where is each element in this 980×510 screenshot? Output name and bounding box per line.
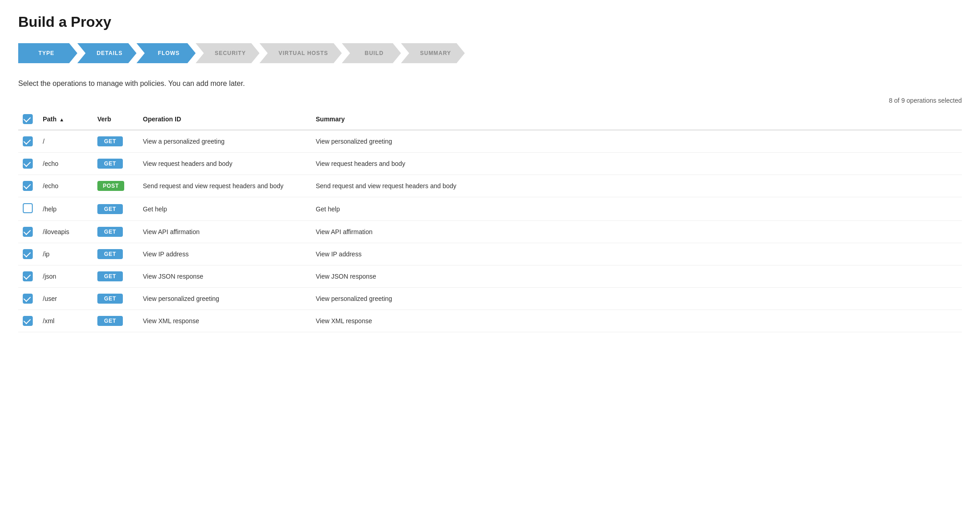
select-all-checkbox[interactable] [23, 114, 33, 124]
row-verb: GET [93, 130, 138, 153]
verb-column-header: Verb [93, 109, 138, 130]
row-path: /echo [38, 175, 93, 197]
steps-breadcrumb: TYPE DETAILS FLOWS SECURITY VIRTUAL HOST… [18, 43, 962, 63]
verb-badge-get: GET [97, 204, 123, 214]
row-path: /json [38, 265, 93, 288]
row-summary: View API affirmation [311, 221, 962, 243]
row-verb: GET [93, 310, 138, 332]
step-details[interactable]: DETAILS [77, 43, 136, 63]
row-operation-id: View request headers and body [138, 153, 311, 175]
row-checkbox-4[interactable] [23, 227, 33, 237]
verb-badge-post: POST [97, 181, 124, 191]
row-summary: View request headers and body [311, 153, 962, 175]
row-verb: GET [93, 265, 138, 288]
row-verb: GET [93, 288, 138, 310]
verb-badge-get: GET [97, 249, 123, 259]
operation-id-column-header: Operation ID [138, 109, 311, 130]
table-row: /echoGETView request headers and bodyVie… [18, 153, 962, 175]
row-operation-id: View JSON response [138, 265, 311, 288]
row-summary: View personalized greeting [311, 288, 962, 310]
table-row: /echoPOSTSend request and view request h… [18, 175, 962, 197]
row-checkbox-2[interactable] [23, 181, 33, 191]
operations-table: Path ▲ Verb Operation ID Summary /GETVie… [18, 109, 962, 332]
row-checkbox-8[interactable] [23, 316, 33, 326]
step-security[interactable]: SECURITY [196, 43, 259, 63]
row-checkbox-cell[interactable] [18, 175, 38, 197]
verb-badge-get: GET [97, 294, 123, 304]
row-path: /user [38, 288, 93, 310]
row-verb: POST [93, 175, 138, 197]
row-verb: GET [93, 197, 138, 221]
table-row: /GETView a personalized greetingView per… [18, 130, 962, 153]
summary-column-header: Summary [311, 109, 962, 130]
page-title: Build a Proxy [18, 14, 962, 30]
row-summary: View XML response [311, 310, 962, 332]
step-build[interactable]: BUILD [342, 43, 401, 63]
row-checkbox-5[interactable] [23, 249, 33, 259]
row-summary: View personalized greeting [311, 130, 962, 153]
verb-badge-get: GET [97, 227, 123, 237]
row-checkbox-cell[interactable] [18, 130, 38, 153]
row-summary: Send request and view request headers an… [311, 175, 962, 197]
table-row: /userGETView personalized greetingView p… [18, 288, 962, 310]
row-operation-id: View XML response [138, 310, 311, 332]
step-type[interactable]: TYPE [18, 43, 77, 63]
row-path: /iloveapis [38, 221, 93, 243]
operations-count: 8 of 9 operations selected [18, 97, 962, 104]
step-summary[interactable]: SUMMARY [401, 43, 465, 63]
row-checkbox-7[interactable] [23, 294, 33, 304]
verb-badge-get: GET [97, 136, 123, 146]
row-operation-id: Get help [138, 197, 311, 221]
row-path: /xml [38, 310, 93, 332]
table-row: /ipGETView IP addressView IP address [18, 243, 962, 265]
row-checkbox-cell[interactable] [18, 221, 38, 243]
row-summary: View IP address [311, 243, 962, 265]
step-flows[interactable]: FLOWS [136, 43, 196, 63]
row-operation-id: View IP address [138, 243, 311, 265]
row-operation-id: View API affirmation [138, 221, 311, 243]
row-checkbox-0[interactable] [23, 136, 33, 146]
row-checkbox-3[interactable] [23, 203, 33, 213]
row-checkbox-cell[interactable] [18, 288, 38, 310]
row-verb: GET [93, 153, 138, 175]
row-verb: GET [93, 221, 138, 243]
verb-badge-get: GET [97, 159, 123, 169]
row-checkbox-cell[interactable] [18, 310, 38, 332]
row-summary: View JSON response [311, 265, 962, 288]
step-virtual-hosts[interactable]: VIRTUAL HOSTS [259, 43, 342, 63]
row-path: /ip [38, 243, 93, 265]
row-verb: GET [93, 243, 138, 265]
row-path: /echo [38, 153, 93, 175]
table-row: /jsonGETView JSON responseView JSON resp… [18, 265, 962, 288]
row-checkbox-cell[interactable] [18, 153, 38, 175]
row-checkbox-1[interactable] [23, 159, 33, 169]
row-operation-id: Send request and view request headers an… [138, 175, 311, 197]
table-header-row: Path ▲ Verb Operation ID Summary [18, 109, 962, 130]
row-checkbox-cell[interactable] [18, 243, 38, 265]
row-checkbox-cell[interactable] [18, 197, 38, 221]
table-row: /helpGETGet helpGet help [18, 197, 962, 221]
verb-badge-get: GET [97, 316, 123, 326]
sort-icon: ▲ [59, 117, 64, 122]
table-row: /xmlGETView XML responseView XML respons… [18, 310, 962, 332]
row-summary: Get help [311, 197, 962, 221]
row-checkbox-6[interactable] [23, 271, 33, 281]
verb-badge-get: GET [97, 271, 123, 281]
row-checkbox-cell[interactable] [18, 265, 38, 288]
row-path: / [38, 130, 93, 153]
select-all-header[interactable] [18, 109, 38, 130]
path-column-header[interactable]: Path ▲ [38, 109, 93, 130]
row-operation-id: View a personalized greeting [138, 130, 311, 153]
row-path: /help [38, 197, 93, 221]
row-operation-id: View personalized greeting [138, 288, 311, 310]
table-row: /iloveapisGETView API affirmationView AP… [18, 221, 962, 243]
description-text: Select the operations to manage with pol… [18, 80, 962, 88]
